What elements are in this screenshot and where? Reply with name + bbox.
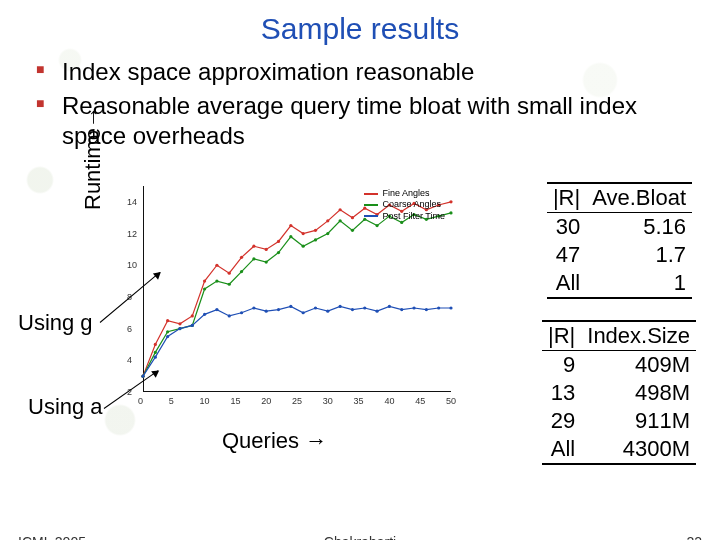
svg-point-72 — [388, 305, 391, 308]
svg-point-42 — [339, 219, 342, 222]
footer-center: Chakrabarti — [0, 534, 720, 540]
svg-point-39 — [302, 245, 305, 248]
svg-point-68 — [339, 305, 342, 308]
svg-point-17 — [351, 216, 354, 219]
svg-point-31 — [203, 287, 206, 290]
svg-point-13 — [302, 232, 305, 235]
x-axis-label: Queries → — [222, 428, 327, 454]
svg-point-40 — [314, 238, 317, 241]
svg-point-60 — [240, 311, 243, 314]
svg-point-2 — [166, 319, 169, 322]
svg-point-57 — [203, 313, 206, 316]
runtime-chart: Fine Angles Coarse Angles Post Filter Ti… — [115, 180, 455, 410]
svg-point-6 — [215, 264, 218, 267]
legend-swatch — [364, 204, 378, 206]
svg-point-35 — [252, 257, 255, 260]
svg-point-74 — [412, 306, 415, 309]
svg-point-25 — [449, 200, 452, 203]
svg-point-14 — [314, 229, 317, 232]
svg-point-5 — [203, 279, 206, 282]
svg-point-63 — [277, 308, 280, 311]
pointer-label-a: Using a — [28, 394, 103, 420]
index-size-table: |R|Index.Size 9409M 13498M 29911M All430… — [542, 320, 696, 465]
cell: All — [547, 269, 586, 298]
cell: 911M — [581, 407, 696, 435]
svg-point-28 — [166, 330, 169, 333]
bullet-list: Index space approximation reasonable Rea… — [0, 57, 720, 151]
cell: 409M — [581, 351, 696, 380]
cell: 5.16 — [586, 213, 692, 242]
svg-point-70 — [363, 306, 366, 309]
legend-swatch — [364, 215, 378, 217]
col-header: |R| — [547, 183, 586, 213]
legend-label: Fine Angles — [382, 188, 429, 199]
cell: 1.7 — [586, 241, 692, 269]
svg-point-3 — [178, 322, 181, 325]
svg-point-58 — [215, 308, 218, 311]
svg-point-16 — [339, 208, 342, 211]
col-header: Ave.Bloat — [586, 183, 692, 213]
svg-point-41 — [326, 232, 329, 235]
svg-point-73 — [400, 308, 403, 311]
cell: All — [542, 435, 581, 464]
col-header: |R| — [542, 321, 581, 351]
cell: 4300M — [581, 435, 696, 464]
svg-point-38 — [289, 235, 292, 238]
cell: 47 — [547, 241, 586, 269]
svg-point-66 — [314, 306, 317, 309]
svg-point-33 — [228, 283, 231, 286]
svg-point-1 — [154, 343, 157, 346]
pointer-label-g: Using g — [18, 310, 93, 336]
cell: 13 — [542, 379, 581, 407]
svg-point-8 — [240, 256, 243, 259]
svg-point-7 — [228, 272, 231, 275]
svg-point-32 — [215, 279, 218, 282]
svg-point-11 — [277, 240, 280, 243]
legend-label: Post Filter Time — [382, 211, 445, 222]
bloat-table: |R|Ave.Bloat 305.16 471.7 All1 — [547, 182, 692, 299]
svg-point-12 — [289, 224, 292, 227]
col-header: Index.Size — [581, 321, 696, 351]
cell: 1 — [586, 269, 692, 298]
svg-point-67 — [326, 310, 329, 313]
svg-point-10 — [265, 248, 268, 251]
svg-point-43 — [351, 229, 354, 232]
svg-point-71 — [375, 310, 378, 313]
cell: 498M — [581, 379, 696, 407]
svg-point-54 — [166, 335, 169, 338]
bullet-item: Index space approximation reasonable — [62, 57, 692, 87]
chart-legend: Fine Angles Coarse Angles Post Filter Ti… — [364, 188, 445, 222]
svg-point-62 — [265, 310, 268, 313]
svg-point-61 — [252, 306, 255, 309]
slide-title: Sample results — [0, 0, 720, 51]
svg-point-15 — [326, 219, 329, 222]
legend-swatch — [364, 193, 378, 195]
svg-point-65 — [302, 311, 305, 314]
svg-point-9 — [252, 245, 255, 248]
cell: 9 — [542, 351, 581, 380]
svg-point-4 — [191, 314, 194, 317]
svg-point-69 — [351, 308, 354, 311]
legend-label: Coarse Angles — [382, 199, 441, 210]
svg-point-59 — [228, 314, 231, 317]
svg-point-45 — [375, 224, 378, 227]
footer-page: 22 — [686, 534, 702, 540]
svg-point-64 — [289, 305, 292, 308]
cell: 29 — [542, 407, 581, 435]
svg-point-51 — [449, 211, 452, 214]
svg-point-27 — [154, 351, 157, 354]
svg-point-36 — [265, 260, 268, 263]
y-axis-label: Runtime→ — [80, 106, 106, 210]
svg-point-34 — [240, 270, 243, 273]
svg-point-77 — [449, 306, 452, 309]
cell: 30 — [547, 213, 586, 242]
bullet-item: Reasonable average query time bloat with… — [62, 91, 692, 151]
svg-point-37 — [277, 251, 280, 254]
svg-point-52 — [141, 375, 144, 378]
svg-point-76 — [437, 306, 440, 309]
svg-point-75 — [425, 308, 428, 311]
svg-point-53 — [154, 356, 157, 359]
svg-point-55 — [178, 327, 181, 330]
svg-point-56 — [191, 324, 194, 327]
